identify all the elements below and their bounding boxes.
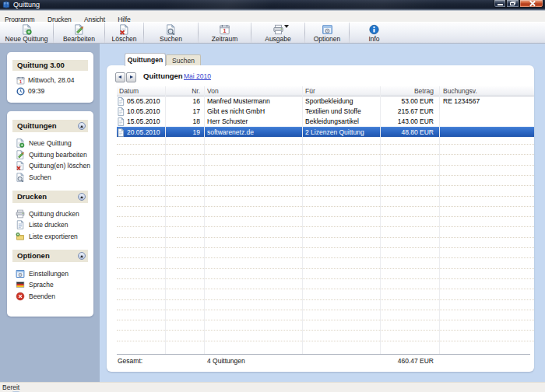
cell-datum: 15.05.2010	[127, 117, 160, 127]
previous-month-button[interactable]	[115, 72, 125, 82]
toolbar-label: Ausgabe	[265, 36, 291, 43]
chevron-up-icon	[80, 196, 83, 198]
maximize-button[interactable]	[506, 0, 519, 8]
footer-count: 4 Quittungen	[207, 356, 245, 366]
folder-export-icon	[16, 232, 25, 241]
sidebar-item-suchen[interactable]: Suchen	[7, 173, 93, 182]
table-grid-row-line	[117, 299, 534, 300]
sidebar-item-beenden[interactable]: Beenden	[7, 292, 93, 301]
toolbar-bearbeiten-button[interactable]: Bearbeiten	[54, 23, 104, 43]
table-grid-row-line	[117, 268, 534, 269]
toolbar-optionen-button[interactable]: Optionen	[305, 23, 349, 43]
quit-icon	[16, 292, 25, 301]
tab-quittungen[interactable]: Quittungen	[125, 53, 166, 66]
sidebar-item-liste-exportieren[interactable]: Liste exportieren	[7, 232, 93, 241]
toolbar-suchen-button[interactable]: Suchen	[144, 23, 198, 43]
table-grid-row-line	[117, 257, 534, 258]
main-panel: Quittungen Mai 2010 Datum Nr. Von Für Be…	[107, 65, 534, 372]
table-grid-row-line	[117, 237, 534, 238]
receipt-page-icon	[118, 97, 125, 106]
sidebar-item-liste-drucken[interactable]: Liste drucken	[7, 220, 93, 229]
column-header-betrag[interactable]: Betrag	[380, 86, 434, 96]
settings-window-icon	[16, 269, 25, 278]
close-button[interactable]	[519, 0, 543, 8]
toolbar-label: Bearbeiten	[63, 36, 95, 43]
sidebar-item-quittung-bearbeiten[interactable]: Quittung bearbeiten	[7, 150, 93, 159]
footer-total: 460.47 EUR	[380, 356, 434, 366]
minimize-button[interactable]	[494, 0, 506, 8]
titlebar-gloss	[0, 0, 545, 10]
table-grid-row-line	[117, 226, 534, 227]
cell-nr: 16	[165, 96, 200, 107]
cell-von: Manfred Mustermann	[207, 96, 301, 107]
tab-suchen[interactable]: Suchen	[166, 54, 201, 66]
table-grid-row-line	[117, 185, 534, 186]
toolbar-loeschen-button[interactable]: Löschen	[105, 23, 143, 43]
toolbar-label: Suchen	[160, 36, 182, 43]
sidebar-menu-panel: Quittungen Neue Quittung Quittung bearbe…	[7, 111, 93, 317]
cell-von: softwarenetz.de	[207, 128, 301, 138]
toolbar-neue-quittung-button[interactable]: Neue Quittung	[0, 23, 53, 43]
sidebar-item-neue-quittung[interactable]: Neue Quittung	[7, 138, 93, 148]
toolbar: Neue Quittung Bearbeiten Löschen Suchen …	[0, 22, 545, 44]
close-icon	[529, 1, 535, 6]
cell-buchungsv	[443, 117, 533, 127]
sidebar-item-quittung-drucken[interactable]: Quittung drucken	[7, 209, 93, 219]
document-delete-icon	[118, 24, 130, 35]
document-search-icon	[16, 173, 25, 182]
table-grid-row-line	[117, 320, 534, 320]
table-row[interactable]: 10.05.2010 17 Gibt es nicht GmbH Textili…	[117, 107, 534, 117]
toolbar-info-button[interactable]: Info	[350, 23, 399, 43]
table-grid-row-line	[117, 154, 534, 155]
calendar-icon	[16, 76, 25, 85]
cell-betrag: 48.80 EUR	[380, 128, 434, 138]
toolbar-label: Löschen	[111, 36, 136, 43]
column-header-buchungsv[interactable]: Buchungsv.	[443, 86, 477, 96]
sidebar-item-quittungen-loeschen[interactable]: Quittung(en) löschen	[7, 161, 93, 170]
table-row-selected[interactable]: 20.05.2010 19 softwarenetz.de 2 Lizenzen…	[117, 127, 534, 137]
receipt-page-icon	[118, 117, 125, 126]
toolbar-ausgabe-button[interactable]: Ausgabe	[251, 23, 304, 43]
cell-von: Gibt es nicht GmbH	[207, 107, 301, 117]
collapse-button[interactable]	[78, 252, 86, 260]
document-list-icon	[16, 220, 25, 229]
current-date: Mittwoch, 28.04	[28, 76, 75, 85]
month-link[interactable]: Mai 2010	[184, 70, 211, 82]
toolbar-label: Optionen	[314, 36, 341, 43]
table-footer-divider	[117, 354, 530, 355]
section-title: Quittungen	[17, 121, 57, 130]
sidebar-item-label: Liste exportieren	[29, 232, 78, 241]
cell-von: Herr Schuster	[207, 117, 301, 127]
application-window: Quittung Programm Drucken Ansicht Hilfe …	[0, 0, 545, 392]
column-header-datum[interactable]: Datum	[119, 86, 139, 96]
titlebar: Quittung	[0, 0, 545, 10]
cell-fuer: 2 Lizenzen Quittung	[305, 128, 378, 138]
printer-icon	[272, 24, 284, 35]
sidebar-item-label: Liste drucken	[29, 220, 69, 229]
document-edit-icon	[73, 24, 85, 35]
menubar: Programm Drucken Ansicht Hilfe	[0, 10, 545, 22]
next-month-button[interactable]	[126, 72, 136, 82]
collapse-button[interactable]	[78, 193, 86, 201]
section-header-quittungen: Quittungen	[12, 120, 88, 132]
sidebar-item-label: Quittung bearbeiten	[29, 150, 87, 159]
table-grid-row-line	[117, 144, 534, 145]
sidebar-item-einstellungen[interactable]: Einstellungen	[7, 269, 93, 278]
column-header-fuer[interactable]: Für	[305, 86, 315, 96]
clock-icon	[16, 87, 25, 96]
minimize-icon	[498, 4, 503, 5]
table-row[interactable]: 05.05.2010 16 Manfred Mustermann Sportbe…	[117, 96, 534, 107]
section-title: Drucken	[17, 192, 47, 201]
table-row[interactable]: 15.05.2010 18 Herr Schuster Bekleidungsa…	[117, 117, 534, 127]
column-header-nr[interactable]: Nr.	[165, 86, 200, 96]
toolbar-zeitraum-button[interactable]: Zeitraum	[199, 23, 251, 43]
toolbar-label: Zeitraum	[212, 36, 238, 43]
column-header-von[interactable]: Von	[207, 86, 219, 96]
collapse-button[interactable]	[78, 122, 86, 130]
cell-nr: 17	[165, 107, 200, 117]
receipt-page-icon	[118, 128, 125, 137]
sidebar-item-sprache[interactable]: Sprache	[7, 280, 93, 289]
cell-fuer: Bekleidungsartikel	[305, 117, 378, 127]
section-header-drucken: Drucken	[12, 191, 88, 203]
options-window-icon	[322, 24, 333, 35]
